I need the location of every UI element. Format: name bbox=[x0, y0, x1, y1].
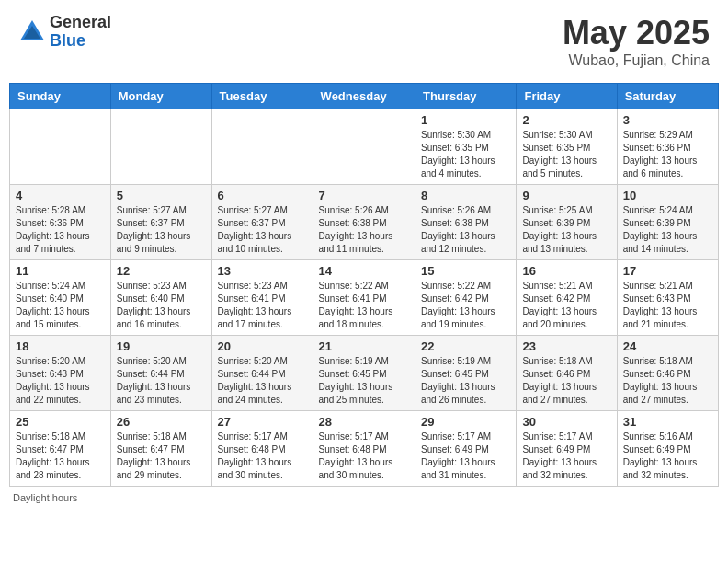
calendar-cell: 19Sunrise: 5:20 AM Sunset: 6:44 PM Dayli… bbox=[110, 336, 211, 411]
calendar-week-row: 1Sunrise: 5:30 AM Sunset: 6:35 PM Daylig… bbox=[10, 109, 719, 185]
calendar-cell: 25Sunrise: 5:18 AM Sunset: 6:47 PM Dayli… bbox=[10, 411, 111, 487]
calendar-cell: 5Sunrise: 5:27 AM Sunset: 6:37 PM Daylig… bbox=[110, 185, 211, 260]
day-info: Sunrise: 5:19 AM Sunset: 6:45 PM Dayligh… bbox=[319, 355, 409, 407]
calendar-cell: 11Sunrise: 5:24 AM Sunset: 6:40 PM Dayli… bbox=[10, 260, 111, 336]
calendar-cell: 8Sunrise: 5:26 AM Sunset: 6:38 PM Daylig… bbox=[415, 185, 517, 260]
calendar-cell: 20Sunrise: 5:20 AM Sunset: 6:44 PM Dayli… bbox=[211, 336, 313, 411]
calendar-cell: 9Sunrise: 5:25 AM Sunset: 6:39 PM Daylig… bbox=[517, 185, 617, 260]
day-info: Sunrise: 5:17 AM Sunset: 6:48 PM Dayligh… bbox=[218, 431, 307, 482]
day-number: 21 bbox=[319, 339, 409, 353]
calendar-week-row: 4Sunrise: 5:28 AM Sunset: 6:36 PM Daylig… bbox=[10, 185, 719, 260]
day-info: Sunrise: 5:17 AM Sunset: 6:49 PM Dayligh… bbox=[421, 431, 510, 482]
day-number: 1 bbox=[421, 113, 510, 127]
calendar-cell: 31Sunrise: 5:16 AM Sunset: 6:49 PM Dayli… bbox=[617, 411, 718, 487]
day-number: 25 bbox=[16, 415, 105, 429]
logo-general-text: General bbox=[50, 14, 111, 32]
day-info: Sunrise: 5:27 AM Sunset: 6:37 PM Dayligh… bbox=[117, 204, 206, 256]
day-number: 13 bbox=[218, 264, 307, 278]
footer: Daylight hours bbox=[9, 492, 719, 503]
day-of-week-header: Friday bbox=[517, 84, 617, 109]
day-info: Sunrise: 5:29 AM Sunset: 6:36 PM Dayligh… bbox=[623, 129, 712, 180]
day-info: Sunrise: 5:17 AM Sunset: 6:48 PM Dayligh… bbox=[319, 431, 409, 482]
calendar-cell: 10Sunrise: 5:24 AM Sunset: 6:39 PM Dayli… bbox=[617, 185, 718, 260]
day-info: Sunrise: 5:30 AM Sunset: 6:35 PM Dayligh… bbox=[421, 129, 510, 180]
day-number: 30 bbox=[522, 415, 610, 429]
calendar-cell: 1Sunrise: 5:30 AM Sunset: 6:35 PM Daylig… bbox=[415, 109, 517, 185]
day-info: Sunrise: 5:25 AM Sunset: 6:39 PM Dayligh… bbox=[522, 204, 610, 256]
day-number: 2 bbox=[522, 113, 610, 127]
day-number: 11 bbox=[16, 264, 105, 278]
day-info: Sunrise: 5:26 AM Sunset: 6:38 PM Dayligh… bbox=[421, 204, 510, 256]
day-number: 10 bbox=[623, 189, 712, 202]
day-info: Sunrise: 5:20 AM Sunset: 6:43 PM Dayligh… bbox=[16, 355, 105, 407]
day-info: Sunrise: 5:19 AM Sunset: 6:45 PM Dayligh… bbox=[421, 355, 510, 407]
day-number: 3 bbox=[623, 113, 712, 127]
day-info: Sunrise: 5:18 AM Sunset: 6:46 PM Dayligh… bbox=[623, 355, 712, 407]
calendar-header-row: SundayMondayTuesdayWednesdayThursdayFrid… bbox=[10, 84, 719, 109]
day-number: 16 bbox=[522, 264, 610, 278]
day-number: 26 bbox=[117, 415, 206, 429]
calendar-cell bbox=[313, 109, 415, 185]
day-number: 19 bbox=[117, 339, 206, 353]
day-number: 9 bbox=[522, 189, 610, 202]
calendar-cell: 4Sunrise: 5:28 AM Sunset: 6:36 PM Daylig… bbox=[10, 185, 111, 260]
calendar-cell: 24Sunrise: 5:18 AM Sunset: 6:46 PM Dayli… bbox=[617, 336, 718, 411]
calendar-cell bbox=[211, 109, 313, 185]
day-info: Sunrise: 5:30 AM Sunset: 6:35 PM Dayligh… bbox=[522, 129, 610, 180]
calendar-cell: 6Sunrise: 5:27 AM Sunset: 6:37 PM Daylig… bbox=[211, 185, 313, 260]
day-number: 24 bbox=[623, 339, 712, 353]
day-number: 8 bbox=[421, 189, 510, 202]
day-number: 17 bbox=[623, 264, 712, 278]
day-info: Sunrise: 5:22 AM Sunset: 6:41 PM Dayligh… bbox=[319, 280, 409, 331]
day-info: Sunrise: 5:21 AM Sunset: 6:42 PM Dayligh… bbox=[522, 280, 610, 331]
calendar-cell: 21Sunrise: 5:19 AM Sunset: 6:45 PM Dayli… bbox=[313, 336, 415, 411]
daylight-label: Daylight hours bbox=[13, 492, 77, 503]
calendar-cell: 15Sunrise: 5:22 AM Sunset: 6:42 PM Dayli… bbox=[415, 260, 517, 336]
day-info: Sunrise: 5:21 AM Sunset: 6:43 PM Dayligh… bbox=[623, 280, 712, 331]
day-info: Sunrise: 5:27 AM Sunset: 6:37 PM Dayligh… bbox=[218, 204, 307, 256]
day-info: Sunrise: 5:18 AM Sunset: 6:47 PM Dayligh… bbox=[117, 431, 206, 482]
day-info: Sunrise: 5:18 AM Sunset: 6:47 PM Dayligh… bbox=[16, 431, 105, 482]
calendar-week-row: 25Sunrise: 5:18 AM Sunset: 6:47 PM Dayli… bbox=[10, 411, 719, 487]
calendar-cell: 7Sunrise: 5:26 AM Sunset: 6:38 PM Daylig… bbox=[313, 185, 415, 260]
calendar-cell: 23Sunrise: 5:18 AM Sunset: 6:46 PM Dayli… bbox=[517, 336, 617, 411]
day-info: Sunrise: 5:20 AM Sunset: 6:44 PM Dayligh… bbox=[117, 355, 206, 407]
day-info: Sunrise: 5:17 AM Sunset: 6:49 PM Dayligh… bbox=[522, 431, 610, 482]
day-info: Sunrise: 5:18 AM Sunset: 6:46 PM Dayligh… bbox=[522, 355, 610, 407]
day-info: Sunrise: 5:20 AM Sunset: 6:44 PM Dayligh… bbox=[218, 355, 307, 407]
calendar-cell: 30Sunrise: 5:17 AM Sunset: 6:49 PM Dayli… bbox=[517, 411, 617, 487]
calendar-cell: 2Sunrise: 5:30 AM Sunset: 6:35 PM Daylig… bbox=[517, 109, 617, 185]
day-number: 22 bbox=[421, 339, 510, 353]
day-info: Sunrise: 5:28 AM Sunset: 6:36 PM Dayligh… bbox=[16, 204, 105, 256]
day-info: Sunrise: 5:22 AM Sunset: 6:42 PM Dayligh… bbox=[421, 280, 510, 331]
day-number: 14 bbox=[319, 264, 409, 278]
calendar-cell: 28Sunrise: 5:17 AM Sunset: 6:48 PM Dayli… bbox=[313, 411, 415, 487]
calendar-cell: 26Sunrise: 5:18 AM Sunset: 6:47 PM Dayli… bbox=[110, 411, 211, 487]
page-header: General Blue May 2025 Wubao, Fujian, Chi… bbox=[9, 9, 719, 74]
day-number: 4 bbox=[16, 189, 105, 202]
day-number: 23 bbox=[522, 339, 610, 353]
logo: General Blue bbox=[18, 14, 111, 51]
day-of-week-header: Saturday bbox=[617, 84, 718, 109]
day-of-week-header: Monday bbox=[110, 84, 211, 109]
location-subtitle: Wubao, Fujian, China bbox=[563, 52, 710, 69]
day-of-week-header: Thursday bbox=[415, 84, 517, 109]
day-number: 7 bbox=[319, 189, 409, 202]
month-title: May 2025 bbox=[563, 14, 710, 52]
calendar-cell: 13Sunrise: 5:23 AM Sunset: 6:41 PM Dayli… bbox=[211, 260, 313, 336]
day-number: 27 bbox=[218, 415, 307, 429]
day-number: 29 bbox=[421, 415, 510, 429]
day-number: 15 bbox=[421, 264, 510, 278]
calendar-cell: 22Sunrise: 5:19 AM Sunset: 6:45 PM Dayli… bbox=[415, 336, 517, 411]
calendar-cell: 12Sunrise: 5:23 AM Sunset: 6:40 PM Dayli… bbox=[110, 260, 211, 336]
calendar-cell: 16Sunrise: 5:21 AM Sunset: 6:42 PM Dayli… bbox=[517, 260, 617, 336]
day-number: 18 bbox=[16, 339, 105, 353]
calendar-cell: 17Sunrise: 5:21 AM Sunset: 6:43 PM Dayli… bbox=[617, 260, 718, 336]
day-number: 28 bbox=[319, 415, 409, 429]
calendar-week-row: 18Sunrise: 5:20 AM Sunset: 6:43 PM Dayli… bbox=[10, 336, 719, 411]
title-area: May 2025 Wubao, Fujian, China bbox=[563, 14, 710, 69]
day-info: Sunrise: 5:24 AM Sunset: 6:39 PM Dayligh… bbox=[623, 204, 712, 256]
day-number: 31 bbox=[623, 415, 712, 429]
day-number: 5 bbox=[117, 189, 206, 202]
calendar-cell: 3Sunrise: 5:29 AM Sunset: 6:36 PM Daylig… bbox=[617, 109, 718, 185]
